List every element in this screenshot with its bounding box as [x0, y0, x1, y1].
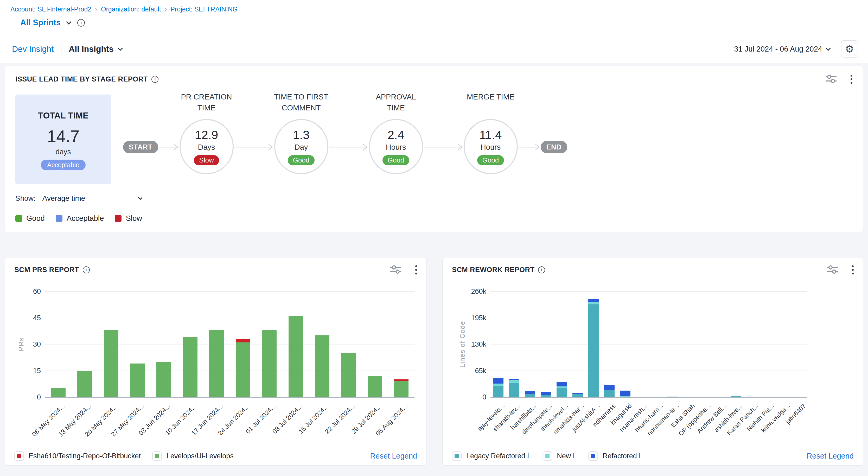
bar-segment[interactable] [509, 383, 519, 397]
stage-unit: Hours [480, 143, 501, 152]
bar-segment[interactable] [525, 394, 535, 394]
bar-segment[interactable] [183, 337, 197, 397]
stage-node[interactable]: 12.9DaysSlow [180, 119, 234, 174]
bar-segment[interactable] [341, 353, 356, 397]
settings-button[interactable]: ⚙ [841, 40, 858, 58]
flow-arrow-icon [424, 143, 463, 152]
filter-sliders-icon[interactable] [826, 265, 838, 275]
bar-segment[interactable] [604, 390, 615, 397]
bar-segment[interactable] [604, 390, 615, 390]
legend-item[interactable]: Refactored L [588, 451, 643, 461]
bar-segment[interactable] [209, 330, 224, 397]
bar-segment[interactable] [509, 379, 519, 380]
bar-segment[interactable] [493, 386, 503, 397]
legend-item[interactable]: Levelops/Ui-Levelops [152, 451, 234, 461]
bar-segment[interactable] [51, 388, 66, 397]
bar-segment[interactable] [588, 302, 599, 304]
legend-label: Good [26, 214, 45, 222]
bar-segment[interactable] [668, 396, 678, 397]
bar-segment[interactable] [525, 394, 535, 397]
bar-segment[interactable] [509, 380, 519, 383]
bar-segment[interactable] [604, 385, 615, 390]
stage-title: PR CREATION TIME [179, 91, 234, 119]
info-icon[interactable]: i [151, 76, 158, 83]
show-selector[interactable]: Show: Average time [16, 194, 852, 203]
breadcrumb-link[interactable]: Organization: default [101, 5, 161, 13]
bar-segment[interactable] [557, 386, 567, 388]
sprint-selector[interactable]: All Sprints i [20, 18, 868, 27]
issue-lead-time-card: ISSUE LEAD TIME BY STAGE REPORT i TOTAL … [5, 66, 863, 232]
bar-segment[interactable] [557, 388, 567, 397]
filter-sliders-icon[interactable] [390, 265, 402, 275]
bar-segment[interactable] [525, 391, 535, 394]
chevron-down-icon[interactable] [66, 19, 71, 25]
bar-segment[interactable] [288, 316, 303, 397]
chevron-down-icon[interactable] [118, 46, 123, 51]
bar-segment[interactable] [236, 343, 250, 397]
bar-segment[interactable] [620, 391, 630, 396]
bar-segment[interactable] [541, 395, 551, 397]
insights-dropdown-label[interactable]: All Insights [69, 44, 114, 54]
bar-segment[interactable] [130, 363, 145, 397]
legend-item[interactable]: New L [542, 451, 577, 461]
info-icon[interactable]: i [83, 266, 90, 273]
kebab-menu-icon[interactable] [415, 265, 417, 274]
kebab-menu-icon[interactable] [850, 75, 852, 84]
legend-checkbox [588, 451, 598, 461]
bar-segment[interactable] [262, 330, 277, 397]
bar-segment[interactable] [620, 396, 630, 397]
bar-segment[interactable] [588, 299, 599, 302]
legend-item[interactable]: Esha610/Testing-Repo-Of-Bitbucket [14, 451, 141, 461]
bar-segment[interactable] [731, 396, 741, 396]
chevron-down-icon[interactable] [826, 46, 831, 51]
bar-segment[interactable] [156, 362, 171, 397]
legend-item[interactable]: Acceptable [56, 214, 104, 222]
breadcrumb-link[interactable]: Account: SEI-Internal-Prod2 [10, 5, 91, 13]
bar-segment[interactable] [588, 304, 599, 397]
show-value[interactable]: Average time [42, 194, 85, 203]
divider [61, 43, 61, 55]
stage-node[interactable]: 11.4HoursGood [464, 119, 518, 174]
kebab-menu-icon[interactable] [852, 265, 854, 274]
total-time-unit: days [55, 148, 71, 156]
stage-node[interactable]: 1.3DayGood [274, 119, 328, 174]
y-tick-label: 0 [452, 393, 486, 401]
bar-segment[interactable] [394, 381, 408, 397]
bar-segment[interactable] [541, 392, 551, 395]
bar-segment[interactable] [104, 330, 118, 397]
bar-segment[interactable] [493, 384, 503, 386]
legend-label: Levelops/Ui-Levelops [166, 452, 234, 460]
bar-segment[interactable] [236, 339, 250, 343]
breadcrumb-link[interactable]: Project: SEI TRAINING [170, 5, 238, 13]
info-icon[interactable]: i [538, 266, 545, 273]
bar-segment[interactable] [572, 393, 583, 394]
legend-item[interactable]: Good [16, 214, 45, 222]
bar-segment[interactable] [394, 379, 408, 381]
stage-node[interactable]: 2.4HoursGood [369, 119, 423, 174]
breadcrumb-separator-icon: › [165, 5, 167, 13]
chevron-down-icon[interactable] [138, 196, 143, 200]
dev-insight-link[interactable]: Dev Insight [12, 44, 54, 54]
legend-item[interactable]: Legacy Refactored L [452, 451, 531, 461]
lead-time-flow: STARTPR CREATION TIME12.9DaysSlowTIME TO… [123, 91, 567, 184]
filter-sliders-icon[interactable] [825, 74, 837, 84]
flow-end-pill: END [541, 141, 567, 153]
reset-legend-link[interactable]: Reset Legend [370, 452, 417, 460]
bar-segment[interactable] [541, 395, 551, 395]
bar-segment[interactable] [368, 376, 382, 397]
stage-unit: Days [198, 143, 215, 152]
legend-checkbox [452, 451, 462, 461]
bar-segment[interactable] [493, 378, 503, 384]
bar-segment[interactable] [315, 335, 330, 397]
sprint-selector-label[interactable]: All Sprints [20, 18, 61, 27]
bar-segment[interactable] [731, 396, 741, 397]
reset-legend-link[interactable]: Reset Legend [807, 452, 854, 460]
y-tick-label: 60 [14, 288, 41, 296]
stage-value: 11.4 [479, 128, 502, 142]
bar-segment[interactable] [77, 371, 92, 397]
date-range-value[interactable]: 31 Jul 2024 - 06 Aug 2024 [734, 45, 822, 53]
bar-segment[interactable] [572, 394, 583, 397]
legend-item[interactable]: Slow [115, 214, 142, 222]
info-icon: i [77, 19, 85, 27]
bar-segment[interactable] [557, 382, 567, 387]
